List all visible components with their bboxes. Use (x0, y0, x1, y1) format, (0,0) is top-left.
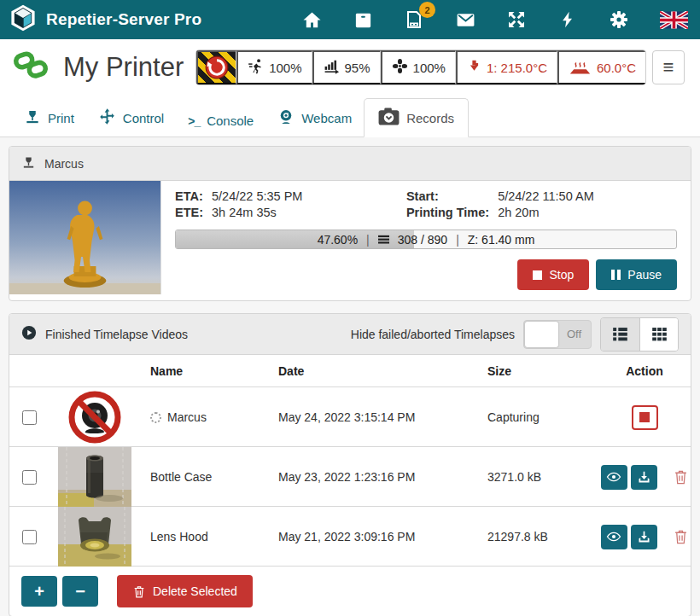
flow-value: 95% (345, 61, 370, 75)
printer-tabs: Print Control >_ Console Webcam (0, 96, 700, 137)
speed-runner-icon (248, 58, 264, 77)
mail-icon[interactable] (454, 9, 476, 31)
row-checkbox[interactable] (22, 410, 37, 425)
ete-label: ETE: (175, 206, 203, 219)
layers-icon (378, 234, 389, 245)
extruder-temp-button[interactable]: 1: 215.0°C (456, 50, 557, 84)
language-flag-icon[interactable] (659, 9, 688, 31)
printing-time-label: Printing Time: (400, 206, 489, 219)
repetier-logo-icon (9, 3, 38, 36)
settings-gear-icon[interactable] (608, 9, 630, 31)
video-size: 3271.0 kB (475, 470, 598, 484)
progress-layers: 308 / 890 (398, 233, 447, 247)
bed-temp-value: 60.0°C (597, 61, 636, 75)
progress-percent: 47.60% (318, 233, 358, 247)
power-bolt-icon[interactable] (557, 9, 579, 31)
print-nozzle-icon (24, 108, 41, 128)
tab-records-label: Records (406, 111, 454, 125)
flow-factor-button[interactable]: 95% (312, 50, 381, 84)
download-button[interactable] (631, 525, 657, 549)
hide-failed-toggle[interactable]: Off (523, 320, 592, 349)
start-value: 5/24/22 11:50 AM (498, 189, 677, 203)
records-camera-icon (378, 108, 400, 128)
timelapse-title: Finished Timelapse Videos (45, 328, 188, 341)
speed-value: 100% (269, 61, 301, 75)
print-progress-bar: 47.60% | 308 / 890 | Z: 61.40 mm (175, 230, 677, 249)
webcam-icon (277, 108, 295, 128)
timelapse-card: Finished Timelapse Videos Hide failed/ab… (9, 313, 691, 616)
video-name: Marcus (167, 410, 207, 424)
job-printer-icon (21, 155, 36, 172)
archive-box-icon[interactable] (352, 9, 374, 31)
brand: Repetier-Server Pro (9, 3, 201, 36)
table-row: Bottle Case May 23, 2022 1:23:16 PM 3271… (9, 447, 691, 507)
stop-square-icon (639, 412, 650, 422)
table-row: Marcus May 24, 2022 3:15:14 PM Capturing (9, 387, 691, 447)
video-name: Bottle Case (150, 470, 212, 484)
bed-temp-button[interactable]: 60.0°C (557, 50, 645, 84)
speed-factor-button[interactable]: 100% (236, 50, 312, 84)
expand-arrows-icon[interactable] (505, 9, 528, 31)
flow-bars-icon (324, 58, 340, 77)
tab-records[interactable]: Records (364, 98, 469, 137)
video-date: May 23, 2022 1:23:16 PM (265, 470, 475, 484)
printer-status-toolbar: 100% 95% (195, 49, 646, 85)
delete-row-button[interactable] (673, 468, 689, 485)
grid-view-button[interactable] (639, 318, 678, 351)
video-size: 21297.8 kB (475, 530, 598, 543)
stop-square-icon (533, 270, 542, 280)
delete-selected-button[interactable]: Delete Selected (117, 575, 253, 607)
view-mode-group (600, 317, 679, 352)
progress-z-height: Z: 61.40 mm (468, 233, 535, 247)
stop-button[interactable]: Stop (517, 259, 589, 290)
row-checkbox[interactable] (22, 470, 37, 485)
top-navbar: Repetier-Server Pro 2 (0, 0, 700, 39)
emergency-stop-button[interactable] (196, 50, 236, 84)
capturing-spinner-icon (150, 412, 161, 423)
job-name: Marcus (44, 157, 84, 171)
home-icon[interactable] (300, 9, 323, 31)
control-move-icon (98, 108, 116, 128)
extruder-icon (467, 58, 481, 77)
list-view-button[interactable] (601, 318, 639, 351)
job-preview-image (9, 181, 161, 294)
pause-button[interactable]: Pause (596, 259, 677, 290)
app-title: Repetier-Server Pro (46, 10, 201, 29)
fan-speed-button[interactable]: 100% (381, 50, 456, 84)
toggle-state: Off (567, 328, 581, 340)
video-thumbnail (52, 507, 137, 567)
preview-button[interactable] (601, 465, 627, 490)
page-title: My Printer (63, 52, 184, 83)
play-circle-icon (21, 325, 37, 343)
tab-webcam-label: Webcam (301, 111, 352, 125)
eta-value: 5/24/22 5:35 PM (212, 189, 391, 203)
video-date: May 21, 2022 3:09:16 PM (265, 530, 475, 543)
tab-control-label: Control (123, 111, 164, 125)
deselect-all-button[interactable]: − (62, 576, 98, 607)
pause-bars-icon (611, 270, 621, 280)
printer-menu-button[interactable]: ≡ (652, 50, 685, 84)
preview-button[interactable] (601, 525, 627, 549)
col-size: Size (475, 364, 598, 378)
download-button[interactable] (631, 465, 657, 490)
tab-print-label: Print (48, 111, 74, 125)
tab-console[interactable]: >_ Console (176, 105, 265, 137)
tab-print[interactable]: Print (12, 100, 86, 137)
delete-row-button[interactable] (673, 528, 689, 545)
printer-link-icon (12, 47, 50, 88)
tab-control[interactable]: Control (86, 99, 176, 137)
row-checkbox[interactable] (22, 530, 37, 544)
select-all-button[interactable]: + (21, 576, 57, 607)
fan-icon (392, 58, 408, 77)
records-content: Marcus (0, 137, 700, 616)
heated-bed-icon (569, 58, 592, 78)
tab-webcam[interactable]: Webcam (265, 100, 364, 137)
start-label: Start: (400, 189, 489, 203)
toggle-knob (525, 322, 558, 347)
stop-capture-button[interactable] (632, 405, 658, 430)
printer-jobs-icon[interactable]: 2 (403, 9, 425, 31)
fan-value: 100% (413, 61, 446, 75)
video-date: May 24, 2022 3:15:14 PM (265, 410, 475, 424)
current-job-card: Marcus (9, 146, 691, 301)
col-name: Name (137, 364, 265, 378)
